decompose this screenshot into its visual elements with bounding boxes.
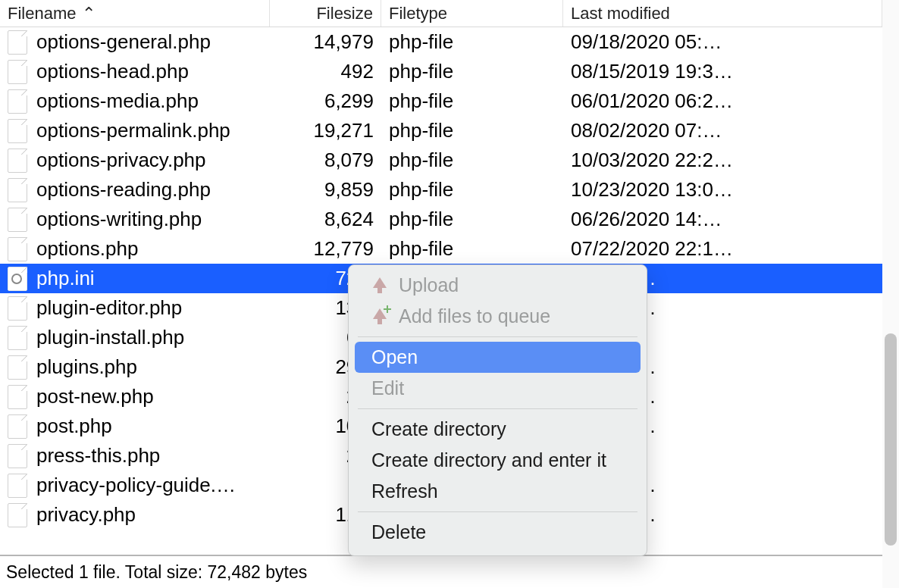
file-icon	[8, 208, 27, 232]
sort-ascending-icon: ⌃	[82, 4, 96, 23]
status-bar: Selected 1 file. Total size: 72,482 byte…	[0, 555, 882, 588]
file-type-cell: php-file	[381, 86, 563, 116]
menu-separator	[358, 408, 637, 409]
column-header-modified[interactable]: Last modified	[563, 0, 882, 27]
file-name-cell: press-this.php	[0, 441, 270, 471]
file-icon	[8, 444, 27, 468]
upload-icon	[371, 277, 388, 294]
file-icon	[8, 503, 27, 527]
file-icon	[8, 119, 27, 143]
file-row[interactable]: options-general.php14,979php-file09/18/2…	[0, 27, 882, 57]
scrollbar-thumb[interactable]	[885, 333, 897, 546]
file-type-cell: php-file	[381, 57, 563, 86]
menu-item-open-label: Open	[371, 346, 418, 368]
file-name-text: options-media.php	[36, 89, 199, 113]
file-type-cell: php-file	[381, 27, 563, 57]
file-name-cell: options-permalink.php	[0, 116, 270, 145]
file-icon	[8, 474, 27, 498]
file-name-cell: options-reading.php	[0, 175, 270, 205]
file-icon	[8, 178, 27, 202]
file-modified-cell: 08/02/2020 07:…	[563, 116, 882, 145]
file-name-cell: post-new.php	[0, 382, 270, 411]
file-modified-cell: 06/26/2020 14:…	[563, 205, 882, 234]
file-icon	[8, 60, 27, 84]
menu-item-edit: Edit	[355, 373, 641, 404]
file-row[interactable]: options-writing.php8,624php-file06/26/20…	[0, 205, 882, 234]
file-name-text: php.ini	[36, 267, 95, 290]
file-icon	[8, 89, 27, 114]
menu-item-add-queue: Add files to queue	[355, 301, 641, 332]
settings-file-icon	[8, 267, 27, 291]
menu-item-create-directory-label: Create directory	[371, 418, 506, 440]
file-name-cell: plugins.php	[0, 352, 270, 382]
file-name-cell: options-privacy.php	[0, 145, 270, 175]
file-name-cell: plugin-editor.php	[0, 293, 270, 323]
file-modified-cell: 07/22/2020 22:1…	[563, 234, 882, 264]
file-name-text: options-privacy.php	[36, 149, 206, 172]
file-name-text: plugin-editor.php	[36, 296, 182, 320]
menu-item-delete-label: Delete	[371, 521, 426, 543]
file-name-text: privacy.php	[36, 503, 136, 527]
file-type-cell: php-file	[381, 234, 563, 264]
file-name-text: post.php	[36, 414, 112, 438]
menu-item-delete[interactable]: Delete	[355, 517, 641, 548]
column-header-filesize-label: Filesize	[316, 4, 373, 23]
file-name-text: options-head.php	[36, 60, 189, 83]
column-header-filesize[interactable]: Filesize	[270, 0, 381, 27]
file-icon	[8, 30, 27, 55]
column-header-filetype[interactable]: Filetype	[381, 0, 563, 27]
file-size-cell: 14,979	[270, 27, 381, 57]
file-type-cell: php-file	[381, 205, 563, 234]
file-row[interactable]: options-reading.php9,859php-file10/23/20…	[0, 175, 882, 205]
menu-item-edit-label: Edit	[371, 377, 404, 399]
menu-item-refresh-label: Refresh	[371, 480, 438, 502]
file-row[interactable]: options-permalink.php19,271php-file08/02…	[0, 116, 882, 145]
file-name-cell: options-head.php	[0, 57, 270, 86]
file-name-cell: options-general.php	[0, 27, 270, 57]
file-name-text: options-permalink.php	[36, 119, 230, 142]
file-row[interactable]: options-media.php6,299php-file06/01/2020…	[0, 86, 882, 116]
file-name-text: privacy-policy-guide.…	[36, 474, 236, 497]
file-name-cell: options.php	[0, 234, 270, 264]
menu-item-refresh[interactable]: Refresh	[355, 476, 641, 507]
file-name-cell: php.ini	[0, 264, 270, 293]
column-header-modified-label: Last modified	[571, 4, 670, 23]
file-name-text: options-writing.php	[36, 208, 202, 231]
file-row[interactable]: options-head.php492php-file08/15/2019 19…	[0, 57, 882, 86]
file-modified-cell: 06/01/2020 06:2…	[563, 86, 882, 116]
file-size-cell: 19,271	[270, 116, 381, 145]
file-icon	[8, 414, 27, 439]
file-modified-cell: 10/23/2020 13:0…	[563, 175, 882, 205]
file-size-cell: 8,079	[270, 145, 381, 175]
file-name-cell: plugin-install.php	[0, 323, 270, 352]
menu-item-create-directory-enter-label: Create directory and enter it	[371, 449, 606, 471]
file-icon	[8, 237, 27, 261]
file-row[interactable]: options-privacy.php8,079php-file10/03/20…	[0, 145, 882, 175]
file-icon	[8, 326, 27, 350]
file-size-cell: 6,299	[270, 86, 381, 116]
file-row[interactable]: options.php12,779php-file07/22/2020 22:1…	[0, 234, 882, 264]
file-name-cell: options-writing.php	[0, 205, 270, 234]
file-icon	[8, 149, 27, 173]
file-name-text: post-new.php	[36, 385, 154, 408]
file-name-cell: privacy.php	[0, 500, 270, 530]
menu-item-upload: Upload	[355, 270, 641, 301]
menu-item-create-directory[interactable]: Create directory	[355, 414, 641, 445]
menu-separator	[358, 336, 637, 337]
file-size-cell: 9,859	[270, 175, 381, 205]
menu-item-create-directory-enter[interactable]: Create directory and enter it	[355, 445, 641, 476]
column-header-filename[interactable]: Filename ⌃	[0, 0, 270, 27]
file-size-cell: 12,779	[270, 234, 381, 264]
file-modified-cell: 09/18/2020 05:…	[563, 27, 882, 57]
vertical-scrollbar[interactable]	[882, 0, 899, 588]
file-icon	[8, 355, 27, 380]
menu-separator	[358, 511, 637, 512]
file-size-cell: 492	[270, 57, 381, 86]
file-name-text: plugin-install.php	[36, 326, 184, 349]
file-name-text: options-reading.php	[36, 178, 211, 202]
file-name-cell: options-media.php	[0, 86, 270, 116]
menu-item-open[interactable]: Open	[355, 342, 641, 373]
file-modified-cell: 08/15/2019 19:3…	[563, 57, 882, 86]
column-header-filetype-label: Filetype	[389, 4, 447, 23]
file-icon	[8, 385, 27, 409]
